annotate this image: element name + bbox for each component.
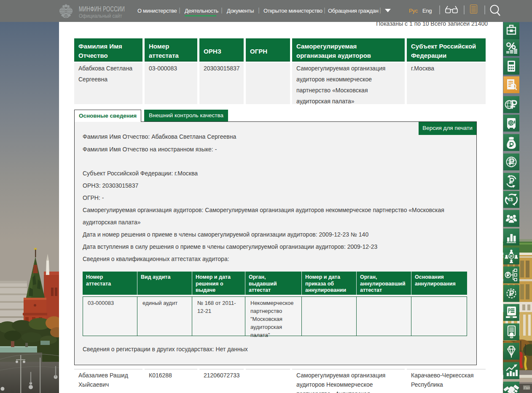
svg-text:Гал: Гал [524,386,530,390]
svg-text:€$: €$ [508,197,513,202]
svg-text:P: P [510,254,513,258]
